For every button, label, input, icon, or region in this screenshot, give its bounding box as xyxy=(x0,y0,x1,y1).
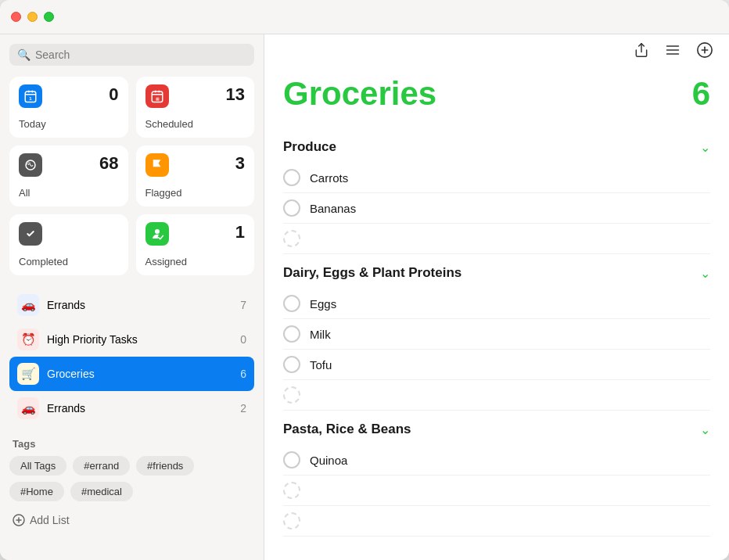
minimize-button[interactable] xyxy=(27,12,38,22)
add-list-label: Add List xyxy=(30,514,70,526)
task-pasta-empty2 xyxy=(283,506,710,537)
main-content: Groceries 6 Produce ⌄ Carrots Ban xyxy=(264,34,729,560)
content-toolbar xyxy=(264,34,729,69)
smart-card-today[interactable]: 1 0 Today xyxy=(9,77,128,138)
share-icon[interactable] xyxy=(634,42,649,62)
pasta-empty1-checkbox[interactable] xyxy=(283,482,300,499)
produce-header: Produce ⌄ xyxy=(283,128,710,163)
produce-name: Produce xyxy=(283,139,336,155)
produce-empty-checkbox[interactable] xyxy=(283,230,300,247)
smart-card-scheduled[interactable]: ▦ 13 Scheduled xyxy=(136,77,255,138)
highpriority-name: High Priority Tasks xyxy=(47,333,232,346)
quinoa-name: Quinoa xyxy=(310,454,347,467)
smart-card-completed[interactable]: Completed xyxy=(9,214,128,275)
carrots-name: Carrots xyxy=(310,171,348,185)
scheduled-label: Scheduled xyxy=(145,113,246,130)
tag-friends[interactable]: #friends xyxy=(136,456,194,476)
task-eggs: Eggs xyxy=(283,289,710,319)
search-input[interactable] xyxy=(35,48,246,61)
dairy-chevron[interactable]: ⌄ xyxy=(700,266,710,281)
task-carrots: Carrots xyxy=(283,163,710,193)
smart-grid: 1 0 Today xyxy=(9,77,254,275)
list-title-count: 6 xyxy=(692,75,710,113)
errands2-name: Errands xyxy=(47,402,232,415)
errands1-count: 7 xyxy=(240,299,246,311)
bananas-name: Bananas xyxy=(310,202,356,215)
list-item-errands2[interactable]: 🚗 Errands 2 xyxy=(9,391,254,425)
smart-card-flagged[interactable]: 3 Flagged xyxy=(136,145,255,206)
main-layout: 🔍 1 xyxy=(0,34,729,560)
pasta-chevron[interactable]: ⌄ xyxy=(700,422,710,437)
highpriority-count: 0 xyxy=(240,333,246,346)
task-dairy-empty xyxy=(283,380,710,411)
tag-home[interactable]: #Home xyxy=(9,482,64,501)
list-item-errands1[interactable]: 🚗 Errands 7 xyxy=(9,288,254,322)
all-icon xyxy=(19,153,42,177)
svg-point-10 xyxy=(155,229,160,234)
list-item-groceries[interactable]: 🛒 Groceries 6 xyxy=(9,357,254,391)
traffic-lights xyxy=(11,12,54,22)
today-count: 0 xyxy=(109,84,118,105)
eggs-checkbox[interactable] xyxy=(283,295,300,312)
search-bar[interactable]: 🔍 xyxy=(9,44,254,66)
add-task-icon[interactable] xyxy=(696,41,713,63)
task-milk: Milk xyxy=(283,319,710,350)
task-pasta-empty1 xyxy=(283,476,710,506)
tags-label: Tags xyxy=(9,438,254,450)
svg-rect-1 xyxy=(28,91,30,93)
quinoa-checkbox[interactable] xyxy=(283,451,300,468)
groceries-icon: 🛒 xyxy=(17,363,39,385)
today-label: Today xyxy=(19,113,119,130)
errands2-icon: 🚗 xyxy=(17,397,39,419)
all-count: 68 xyxy=(99,153,118,174)
group-dairy: Dairy, Eggs & Plant Proteins ⌄ Eggs Milk… xyxy=(283,254,710,411)
assigned-label: Assigned xyxy=(145,251,246,267)
tofu-checkbox[interactable] xyxy=(283,356,300,373)
task-quinoa: Quinoa xyxy=(283,445,710,476)
close-button[interactable] xyxy=(11,12,21,22)
eggs-name: Eggs xyxy=(310,297,336,311)
maximize-button[interactable] xyxy=(44,12,54,22)
tofu-name: Tofu xyxy=(310,358,332,372)
task-tofu: Tofu xyxy=(283,350,710,380)
highpriority-icon: ⏰ xyxy=(17,328,39,350)
app-window: 🔍 1 xyxy=(0,0,729,560)
today-icon: 1 xyxy=(19,84,42,108)
list-title: Groceries xyxy=(283,75,436,113)
list-title-row: Groceries 6 xyxy=(283,69,710,128)
scheduled-count: 13 xyxy=(226,84,245,105)
tag-all[interactable]: All Tags xyxy=(9,456,66,476)
tags-grid: All Tags #errand #friends #Home #medical xyxy=(9,456,254,501)
content-body: Groceries 6 Produce ⌄ Carrots Ban xyxy=(264,69,729,560)
dairy-name: Dairy, Eggs & Plant Proteins xyxy=(283,265,461,281)
pasta-header: Pasta, Rice & Beans ⌄ xyxy=(283,411,710,445)
bananas-checkbox[interactable] xyxy=(283,199,300,217)
flagged-icon xyxy=(145,153,169,177)
group-pasta: Pasta, Rice & Beans ⌄ Quinoa xyxy=(283,411,710,537)
groceries-name: Groceries xyxy=(47,368,232,380)
errands1-name: Errands xyxy=(47,299,232,311)
list-view-icon[interactable] xyxy=(665,42,681,62)
smart-card-assigned[interactable]: 1 Assigned xyxy=(136,214,255,275)
flagged-label: Flagged xyxy=(145,182,246,199)
completed-label: Completed xyxy=(19,251,119,267)
svg-text:1: 1 xyxy=(29,96,32,101)
tag-medical[interactable]: #medical xyxy=(70,482,133,501)
milk-checkbox[interactable] xyxy=(283,325,300,343)
svg-rect-2 xyxy=(32,91,34,93)
list-section: 🚗 Errands 7 ⏰ High Priority Tasks 0 🛒 Gr… xyxy=(9,288,254,425)
task-produce-empty xyxy=(283,224,710,254)
carrots-checkbox[interactable] xyxy=(283,169,300,186)
all-label: All xyxy=(19,182,119,199)
dairy-empty-checkbox[interactable] xyxy=(283,386,300,404)
milk-name: Milk xyxy=(310,328,331,341)
produce-chevron[interactable]: ⌄ xyxy=(700,140,710,155)
smart-card-all[interactable]: 68 All xyxy=(9,145,128,206)
groceries-count: 6 xyxy=(240,368,246,380)
title-bar xyxy=(0,0,729,34)
list-item-highpriority[interactable]: ⏰ High Priority Tasks 0 xyxy=(9,322,254,357)
sidebar: 🔍 1 xyxy=(0,34,264,560)
pasta-empty2-checkbox[interactable] xyxy=(283,512,300,529)
add-list-button[interactable]: Add List xyxy=(9,511,254,529)
tag-errand[interactable]: #errand xyxy=(73,456,130,476)
